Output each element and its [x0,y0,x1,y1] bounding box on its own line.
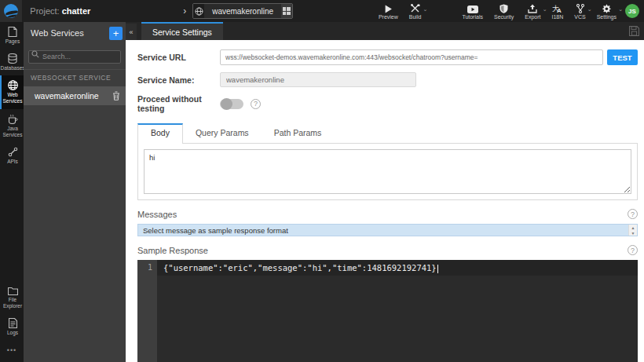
sidebar-item-label: Web Services [2,92,24,104]
sidebar-item-label: Logs [7,330,18,336]
api-connector-icon [8,147,18,157]
sidebar-item-logs[interactable]: Logs [0,313,24,340]
tab-path-params[interactable]: Path Params [262,123,335,143]
message-select-bar[interactable]: Select message as sample response format… [137,224,638,236]
settings-button[interactable]: Settings ⌄ [591,0,622,22]
code-area[interactable]: {"username":"eric","message":"hi","time"… [157,260,638,362]
test-button[interactable]: TEST [607,49,638,65]
build-button[interactable]: Build ⌄ [404,0,427,22]
line-number-gutter: 1 [137,260,157,362]
web-services-panel: Web Services + WEBSOCKET SERVICE wavemak… [24,22,126,362]
globe-icon [8,80,18,90]
help-icon[interactable]: ? [251,99,261,109]
globe-icon [193,3,204,19]
folder-icon [8,287,18,295]
sidebar-item-label: Databases [0,65,24,71]
request-tabs: Body Query Params Path Params [137,123,638,144]
youtube-icon [467,3,478,13]
proceed-toggle[interactable] [220,99,243,109]
shield-icon [499,3,508,13]
left-icon-rail: Pages Databases Web Services Java Servic… [0,22,24,362]
service-name-label: Service Name: [137,75,220,85]
i18n-button[interactable]: 大A I18N [547,0,569,22]
project-label: Project: [30,6,59,16]
sidebar-item-web-services[interactable]: Web Services [0,75,24,108]
message-scrollbar[interactable]: ▲ ▼ [628,225,637,236]
more-options-button[interactable]: ••• [0,340,24,362]
sidebar-item-label: File Explorer [2,297,24,309]
branch-icon [576,3,585,13]
sidebar-item-pages[interactable]: Pages [0,22,24,49]
service-url-input[interactable] [220,49,603,65]
sidebar-item-label: APIs [7,159,18,165]
service-chip-label: wavemakeronline [204,7,281,16]
vcs-label: VCS [574,14,585,20]
scroll-up-icon[interactable]: ▲ [629,225,637,230]
translate-icon: 大A [552,3,562,13]
sample-response-label: Sample Response [137,246,620,255]
preview-button[interactable]: Preview [373,0,404,22]
service-item-label: wavemakeronline [35,91,112,101]
database-icon [8,53,17,64]
code-line: {"username":"eric","message":"hi","time"… [157,260,638,276]
service-url-label: Service URL [137,53,220,62]
sidebar-item-java-services[interactable]: Java Services [0,109,24,142]
vcs-button[interactable]: VCS ⌄ [569,0,591,22]
coffee-cup-icon [8,114,18,124]
top-bar: Project:chatter › wavemakeronline Previe… [0,0,644,22]
sidebar-item-label: Pages [5,38,20,45]
settings-label: Settings [597,14,617,20]
sidebar-item-databases[interactable]: Databases [0,49,24,75]
proceed-without-testing-label: Proceed without testing [137,94,220,113]
gear-icon [602,3,611,13]
project-title: chatter [62,6,91,16]
sidebar-item-file-explorer[interactable]: File Explorer [0,282,24,313]
collapse-panel-button[interactable]: « [126,24,137,40]
page-icon [8,27,17,37]
grid-icon[interactable] [281,3,292,19]
search-icon [31,50,39,58]
body-tab-panel [137,144,638,200]
build-label: Build [409,14,422,20]
sample-response-editor[interactable]: 1 {"username":"eric","message":"hi","tim… [137,260,638,362]
i18n-label: I18N [552,14,564,20]
service-name-input [220,72,416,87]
save-icon[interactable] [624,22,644,40]
main-area: « Service Settings Service URL TEST Serv… [126,22,644,362]
code-text: {"username":"eric","message":"hi","time"… [163,263,437,272]
security-button[interactable]: Security [488,0,519,22]
export-icon [528,3,537,13]
body-textarea[interactable] [144,149,631,194]
websocket-service-section-header: WEBSOCKET SERVICE [24,69,126,86]
help-icon[interactable]: ? [628,245,638,255]
message-select-text: Select message as sample response format [138,226,628,235]
sidebar-item-apis[interactable]: APIs [0,142,24,169]
tutorials-button[interactable]: Tutorials [456,0,488,22]
panel-title: Web Services [31,28,109,38]
main-tab-bar: « Service Settings [126,22,644,40]
service-list-item[interactable]: wavemakeronline [24,86,126,105]
tab-query-params[interactable]: Query Params [183,123,262,143]
breadcrumb-chevron-icon: › [183,5,186,16]
tab-body[interactable]: Body [137,123,183,144]
active-service-chip[interactable]: wavemakeronline [192,3,293,19]
log-file-icon [9,318,17,328]
wavemaker-studio: Project:chatter › wavemakeronline Previe… [0,0,644,362]
play-icon [384,3,393,13]
export-button[interactable]: Export ⌄ [519,0,546,22]
tab-service-settings[interactable]: Service Settings [141,22,223,40]
wavemaker-logo-icon [4,4,18,18]
chevron-down-icon: ⌄ [423,6,428,13]
scroll-down-icon[interactable]: ▼ [629,230,637,236]
sidebar-item-label: Java Services [2,126,24,138]
preview-label: Preview [379,14,398,20]
user-avatar[interactable]: JS [625,4,639,18]
add-service-button[interactable]: + [109,27,123,40]
search-input[interactable] [28,50,121,64]
wavemaker-logo[interactable] [0,0,22,22]
help-icon[interactable]: ? [628,209,638,219]
project-name: Project:chatter [30,6,90,16]
trash-icon[interactable] [112,91,120,101]
build-tools-icon [410,3,420,13]
svg-text:A: A [557,7,562,13]
